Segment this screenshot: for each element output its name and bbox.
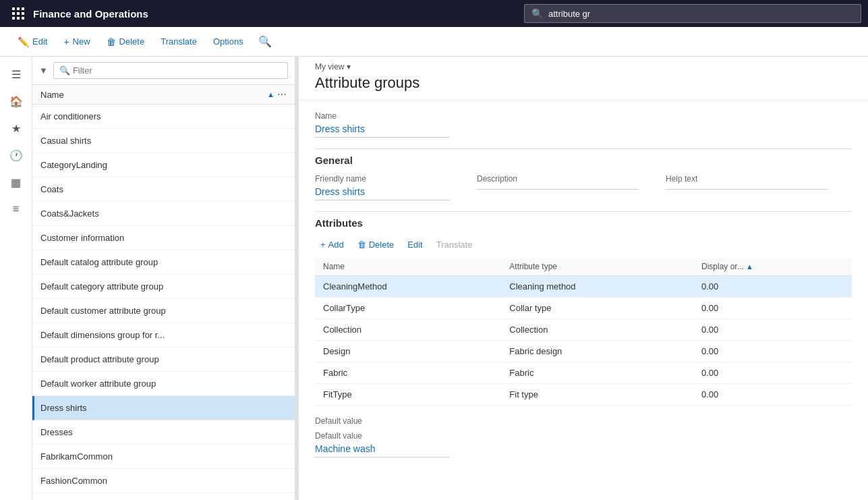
- top-bar: Finance and Operations 🔍: [0, 0, 868, 27]
- translate-label: Translate: [161, 36, 197, 47]
- list-item[interactable]: Coats: [32, 177, 295, 202]
- filter-icon[interactable]: ▼: [39, 65, 48, 76]
- edit-attribute-button[interactable]: Edit: [402, 237, 428, 252]
- table-cell-display-order: 0.00: [693, 362, 852, 384]
- list-item[interactable]: Default catalog attribute group: [32, 250, 295, 275]
- list-items: Air conditionersCasual shirtsCategoryLan…: [32, 105, 295, 500]
- list-item[interactable]: Customer information: [32, 226, 295, 250]
- list-item[interactable]: Default category attribute group: [32, 275, 295, 299]
- table-row[interactable]: FitTypeFit type0.00: [315, 384, 852, 406]
- add-attribute-button[interactable]: + Add: [315, 237, 349, 252]
- list-item[interactable]: FashionSunglasses: [32, 493, 295, 500]
- global-search-box[interactable]: 🔍: [524, 4, 861, 23]
- star-icon[interactable]: ★: [4, 116, 28, 140]
- my-view-button[interactable]: My view ▾: [315, 62, 852, 72]
- table-cell-attribute-type: Fit type: [501, 384, 693, 406]
- list-filter-bar: ▼ 🔍: [32, 57, 295, 85]
- name-field-value[interactable]: Dress shirts: [315, 123, 450, 138]
- grid-menu-icon[interactable]: [12, 7, 33, 20]
- list-icon[interactable]: ≡: [4, 197, 28, 221]
- list-item[interactable]: CategoryLanding: [32, 153, 295, 177]
- friendly-name-value[interactable]: Dress shirts: [315, 186, 450, 200]
- table-row[interactable]: CleaningMethodCleaning method0.00: [315, 276, 852, 298]
- table-cell-display-order: 0.00: [693, 384, 852, 406]
- new-button[interactable]: + New: [57, 32, 96, 51]
- filter-input[interactable]: [73, 65, 282, 76]
- table-cell-attribute-type: Cleaning method: [501, 276, 693, 298]
- clock-icon[interactable]: 🕐: [4, 143, 28, 167]
- page-title: Attribute groups: [315, 74, 852, 92]
- table-cell-attribute-type: Fabric design: [501, 341, 693, 362]
- table-row[interactable]: DesignFabric design0.00: [315, 341, 852, 362]
- list-item[interactable]: FabrikamCommon: [32, 445, 295, 469]
- table-cell-name: Design: [315, 341, 501, 362]
- edit-button[interactable]: ✏️ Edit: [11, 32, 54, 51]
- col-name-header: Name: [40, 90, 264, 100]
- attributes-section-title: Attributes: [315, 211, 852, 229]
- description-value[interactable]: [477, 186, 639, 190]
- app-title: Finance and Operations: [33, 8, 148, 20]
- list-item[interactable]: Default customer attribute group: [32, 299, 295, 323]
- chevron-down-icon: ▾: [347, 62, 351, 72]
- table-row[interactable]: CollectionCollection0.00: [315, 319, 852, 341]
- search-icon: 🔍: [531, 8, 543, 19]
- delete-attribute-button[interactable]: 🗑 Delete: [352, 237, 400, 252]
- list-item[interactable]: FashionCommon: [32, 469, 295, 493]
- global-search-input[interactable]: [548, 9, 854, 19]
- list-item[interactable]: Coats&Jackets: [32, 202, 295, 226]
- delete-button[interactable]: 🗑 Delete: [100, 32, 152, 51]
- list-item[interactable]: Default dimensions group for r...: [32, 323, 295, 348]
- list-item[interactable]: Default product attribute group: [32, 348, 295, 372]
- filter-input-wrap[interactable]: 🔍: [53, 62, 288, 79]
- table-header-row: Name Attribute type Display or... ▲: [315, 258, 852, 276]
- table-cell-display-order: 0.00: [693, 276, 852, 298]
- list-item[interactable]: Casual shirts: [32, 129, 295, 153]
- list-panel: ▼ 🔍 Name ▲ ⋯ Air conditionersCasual shir…: [32, 57, 295, 500]
- th-attribute-type: Attribute type: [501, 258, 693, 276]
- edit-label: Edit: [32, 36, 47, 47]
- display-order-sort-icon: ▲: [746, 262, 753, 271]
- table-cell-attribute-type: Collection: [501, 319, 693, 341]
- list-item[interactable]: Default worker attribute group: [32, 372, 295, 396]
- table-cell-name: Collection: [315, 319, 501, 341]
- friendly-name-col: Friendly name Dress shirts: [315, 174, 450, 200]
- home-icon[interactable]: 🏠: [4, 89, 28, 113]
- search-command-icon[interactable]: 🔍: [253, 32, 277, 51]
- delete-attr-icon: 🗑: [357, 240, 366, 250]
- table-cell-display-order: 0.00: [693, 341, 852, 362]
- options-button[interactable]: Options: [206, 32, 250, 51]
- list-item[interactable]: Dress shirts: [32, 396, 295, 420]
- detail-content: Name Dress shirts General Friendly name …: [299, 101, 868, 468]
- table-cell-display-order: 0.00: [693, 298, 852, 319]
- table-cell-name: FitType: [315, 384, 501, 406]
- grid-icon[interactable]: ▦: [4, 170, 28, 194]
- my-view-label: My view: [315, 62, 344, 72]
- edit-attr-label: Edit: [407, 240, 422, 250]
- table-cell-attribute-type: Fabric: [501, 362, 693, 384]
- help-text-col: Help text: [666, 174, 828, 200]
- col-more-icon[interactable]: ⋯: [277, 89, 287, 100]
- default-value-field-value[interactable]: Machine wash: [315, 443, 450, 457]
- delete-icon: 🗑: [107, 36, 116, 47]
- translate-attribute-button[interactable]: Translate: [431, 237, 478, 252]
- translate-attr-label: Translate: [436, 240, 473, 250]
- table-row[interactable]: FabricFabric0.00: [315, 362, 852, 384]
- col-sort-icon[interactable]: ▲: [267, 90, 274, 99]
- default-value-label: Default value: [315, 416, 852, 426]
- name-field-label: Name: [315, 111, 852, 121]
- options-label: Options: [213, 36, 243, 47]
- table-row[interactable]: CollarTypeCollar type0.00: [315, 298, 852, 319]
- list-item[interactable]: Dresses: [32, 420, 295, 445]
- add-icon: +: [320, 240, 326, 250]
- translate-button[interactable]: Translate: [154, 32, 204, 51]
- name-field-group: Name Dress shirts: [315, 111, 852, 138]
- table-cell-name: CleaningMethod: [315, 276, 501, 298]
- friendly-name-label: Friendly name: [315, 174, 450, 184]
- table-cell-name: Fabric: [315, 362, 501, 384]
- main-layout: ☰ 🏠 ★ 🕐 ▦ ≡ ▼ 🔍 Name ▲ ⋯ Air conditioner…: [0, 57, 868, 500]
- command-bar: ✏️ Edit + New 🗑 Delete Translate Options…: [0, 27, 868, 57]
- description-label: Description: [477, 174, 639, 184]
- help-text-value[interactable]: [666, 186, 828, 190]
- hamburger-menu-icon[interactable]: ☰: [4, 62, 28, 86]
- list-item[interactable]: Air conditioners: [32, 105, 295, 129]
